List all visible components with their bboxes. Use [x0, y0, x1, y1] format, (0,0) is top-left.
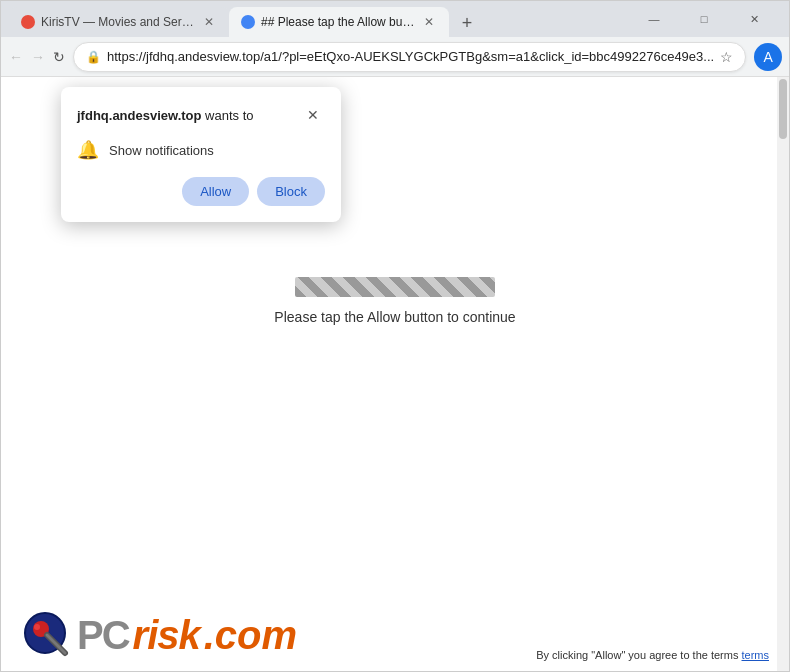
terms-link[interactable]: terms [742, 649, 770, 661]
scrollbar-thumb[interactable] [779, 79, 787, 139]
risk-logo-text: risk [133, 613, 200, 658]
allow-button[interactable]: Allow [182, 177, 249, 206]
notification-item: 🔔 Show notifications [77, 139, 325, 161]
tab2-favicon [241, 15, 255, 29]
profile-icon[interactable]: A [754, 43, 782, 71]
page-instruction: Please tap the Allow button to continue [274, 309, 515, 325]
minimize-button[interactable]: — [631, 3, 677, 35]
notification-label: Show notifications [109, 143, 214, 158]
popup-close-button[interactable]: ✕ [301, 103, 325, 127]
bookmark-icon[interactable]: ☆ [720, 49, 733, 65]
address-bar[interactable]: 🔒 https://jfdhq.andesview.top/a1/?pl=eEt… [73, 42, 746, 72]
com-logo-text: .com [204, 613, 297, 658]
watermark-area: PCrisk.com [21, 609, 297, 661]
svg-point-0 [24, 18, 32, 26]
window-controls: — □ ✕ [631, 3, 781, 35]
popup-header: jfdhq.andesview.top wants to ✕ [77, 103, 325, 127]
url-text: https://jfdhq.andesview.top/a1/?pl=eEtQx… [107, 49, 714, 64]
back-button[interactable]: ← [9, 43, 23, 71]
popup-wants-to: wants to [205, 108, 253, 123]
browser-frame: KirisTV — Movies and Series D... ✕ ## Pl… [0, 0, 790, 672]
popup-buttons: Allow Block [77, 177, 325, 206]
forward-button[interactable]: → [31, 43, 45, 71]
tab2-close-icon[interactable]: ✕ [421, 14, 437, 30]
logo-icon [21, 609, 73, 661]
tab2-title: ## Please tap the Allow button... [261, 15, 415, 29]
tab1-title: KirisTV — Movies and Series D... [41, 15, 195, 29]
title-bar: KirisTV — Movies and Series D... ✕ ## Pl… [1, 1, 789, 37]
svg-point-4 [34, 624, 40, 630]
page-body: Please tap the Allow button to continue [274, 277, 515, 325]
tab-1[interactable]: KirisTV — Movies and Series D... ✕ [9, 7, 229, 37]
pcrisk-logo: PCrisk.com [21, 609, 297, 661]
svg-point-1 [244, 18, 252, 26]
address-bar-row: ← → ↻ 🔒 https://jfdhq.andesview.top/a1/?… [1, 37, 789, 77]
menu-icon[interactable]: ⋮ [786, 42, 790, 72]
tab1-close-icon[interactable]: ✕ [201, 14, 217, 30]
toolbar-icons: A ⋮ [754, 42, 790, 72]
scrollbar[interactable] [777, 77, 789, 671]
page-content: jfdhq.andesview.top wants to ✕ 🔔 Show no… [1, 77, 789, 671]
new-tab-button[interactable]: + [453, 9, 481, 37]
popup-domain: jfdhq.andesview.top [77, 108, 201, 123]
pc-logo-text: PC [77, 613, 129, 658]
bottom-notice: By clicking "Allow" you agree to the ter… [536, 649, 769, 661]
bell-icon: 🔔 [77, 139, 99, 161]
tab-2[interactable]: ## Please tap the Allow button... ✕ [229, 7, 449, 37]
progress-bar [295, 277, 495, 297]
notification-popup: jfdhq.andesview.top wants to ✕ 🔔 Show no… [61, 87, 341, 222]
close-button[interactable]: ✕ [731, 3, 777, 35]
popup-title: jfdhq.andesview.top wants to [77, 108, 254, 123]
bottom-notice-text: By clicking "Allow" you agree to the ter… [536, 649, 738, 661]
maximize-button[interactable]: □ [681, 3, 727, 35]
tab1-favicon [21, 15, 35, 29]
secure-icon: 🔒 [86, 50, 101, 64]
refresh-button[interactable]: ↻ [53, 43, 65, 71]
block-button[interactable]: Block [257, 177, 325, 206]
tab-strip: KirisTV — Movies and Series D... ✕ ## Pl… [9, 1, 631, 37]
